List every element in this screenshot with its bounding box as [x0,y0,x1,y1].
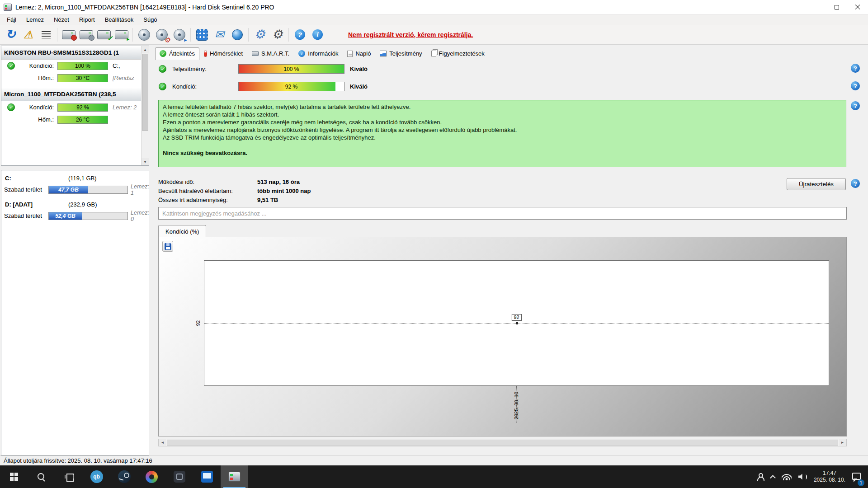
menu-item-settings[interactable]: Beállítások [100,14,139,25]
scroll-up-button[interactable] [142,46,149,53]
refresh-button[interactable] [2,26,19,43]
help-icon[interactable] [851,101,860,110]
disk-entry-micron[interactable]: Micron_1100_MTFDDAK256TBN (238,5 Kondíci… [1,88,141,126]
info-button[interactable] [309,26,326,43]
chevron-up-icon[interactable] [770,475,776,481]
tab-temperature[interactable]: Hőmérséklet [199,47,247,60]
retest-button[interactable]: Újratesztelés [787,178,846,190]
taskbar-app-3[interactable] [138,465,165,488]
tab-smart[interactable]: S.M.A.R.T. [247,47,294,60]
email-report-button[interactable] [211,26,228,43]
tab-information[interactable]: Információk [294,47,343,60]
taskbar-app-steam[interactable] [110,465,138,488]
wifi-icon[interactable] [782,474,792,480]
scroll-right-button[interactable] [839,439,846,446]
menu-item-report[interactable]: Riport [74,14,100,25]
floppy-disk-icon [165,243,171,250]
comment-input[interactable] [158,207,847,220]
scroll-left-button[interactable] [159,439,166,446]
chart-tab-condition[interactable]: Kondíció (%) [158,225,206,237]
report-lines-icon [42,31,51,38]
taskbar-app-5[interactable] [193,465,221,488]
titlebar: Lemez: 2, Micron_1100_MTFDDAK256TBN [164… [0,0,868,14]
disk-action-button[interactable] [113,26,130,43]
scroll-down-button[interactable] [142,158,149,165]
help-icon[interactable] [851,64,860,73]
scroll-thumb[interactable] [167,440,838,446]
chart-horizontal-scrollbar[interactable] [158,439,847,446]
help-icon[interactable] [851,81,860,90]
surface-test-button[interactable] [135,26,153,43]
disk-ok-icon [7,103,15,111]
report-button[interactable] [37,26,55,43]
app-icon [174,471,185,483]
disk-scan-button[interactable] [170,26,188,43]
status-action-line: Nincs szükség beavatkozásra. [163,149,842,157]
warnings-button[interactable] [19,26,37,43]
condition-value: 92 % [239,82,344,91]
keypad-icon [196,29,208,41]
online-button[interactable] [228,26,246,43]
partition-entry-d[interactable]: D: [ADAT] (232,9 GB) Szabad terület 52,4… [1,199,149,222]
maximize-button[interactable] [826,0,847,14]
free-space-bar: 52,4 GB [48,212,128,220]
disk-ok-button[interactable] [95,26,113,43]
info-icon [312,29,323,40]
save-chart-button[interactable] [162,241,173,252]
status-bar: Állapot utoljára frissítve: 2025. 08. 10… [0,455,868,465]
disk-list-scrollbar[interactable] [141,46,149,165]
performance-value: 100 % [239,65,344,73]
partition-head: C: (119,1 GB) [1,173,149,183]
scroll-thumb[interactable] [142,54,148,131]
register-link[interactable]: Nem regisztrált verzió, kérem regisztrál… [348,31,473,38]
stat-label: Összes írt adatmennyiség: [158,197,257,203]
menu-item-file[interactable]: Fájl [2,14,21,25]
people-icon[interactable] [757,473,764,481]
clock-date: 2025. 08. 10. [814,477,845,483]
disk-entry-kingston[interactable]: KINGSTON RBU-SMSM151S3128GD1 (1 Kondíció… [1,46,141,84]
menu-item-help[interactable]: Súgó [138,14,162,25]
taskbar-app-qbittorrent[interactable]: qb [83,465,110,488]
advanced-settings-button[interactable] [269,26,286,43]
disk-repair-button[interactable] [153,26,170,43]
disk-name[interactable]: KINGSTON RBU-SMSM151S3128GD1 (1 [1,46,141,60]
close-button[interactable] [847,0,868,14]
partition-entry-c[interactable]: C: (119,1 GB) Szabad terület 47,7 GB Lem… [1,173,149,196]
condition-rating: Kiváló [350,83,368,90]
tab-log[interactable]: Napló [343,47,375,60]
help-icon[interactable] [851,179,860,188]
taskbar-app-4[interactable] [165,465,193,488]
search-button[interactable] [28,465,55,488]
stat-row: Becsült hátralévő élettartam: több mint … [158,186,311,195]
disk-partitions: C:, [113,62,120,69]
statistics-button[interactable] [193,26,211,43]
partition-row: Szabad terület 47,7 GB Lemez: 1 [1,183,149,196]
task-view-button[interactable] [55,465,83,488]
taskbar-app-hdsentinel[interactable] [221,465,248,488]
disk-name[interactable]: Micron_1100_MTFDDAK256TBN (238,5 [1,88,141,101]
warning-icon [24,29,33,40]
minimize-icon [814,7,819,7]
menu-item-view[interactable]: Nézet [49,14,74,25]
tab-performance[interactable]: Teljesítmény [375,47,426,60]
condition-label: Kondíció: [18,62,57,69]
tab-label: Napló [355,50,371,57]
help-button[interactable] [291,26,309,43]
clock-time: 17:47 [823,470,836,477]
partition-row: Szabad terület 52,4 GB Lemez: 0 [1,210,149,222]
data-point-label: 92 [511,314,521,321]
minimize-button[interactable] [806,0,826,14]
tab-alerts[interactable]: Figyelmeztetések [427,47,489,60]
start-button[interactable] [0,465,28,488]
hdsentinel-icon [228,472,241,482]
action-center-icon[interactable] [852,473,861,480]
tab-overview[interactable]: Áttekintés [155,47,199,60]
disk-test-button[interactable] [77,26,95,43]
taskbar-clock[interactable]: 17:47 2025. 08. 10. [814,470,845,483]
volume-icon[interactable] [798,474,807,480]
check-circle-icon [160,50,166,57]
disk-error-button[interactable] [60,26,77,43]
menu-item-disk[interactable]: Lemez [21,14,49,25]
refresh-icon [5,28,16,41]
settings-button[interactable] [251,26,269,43]
